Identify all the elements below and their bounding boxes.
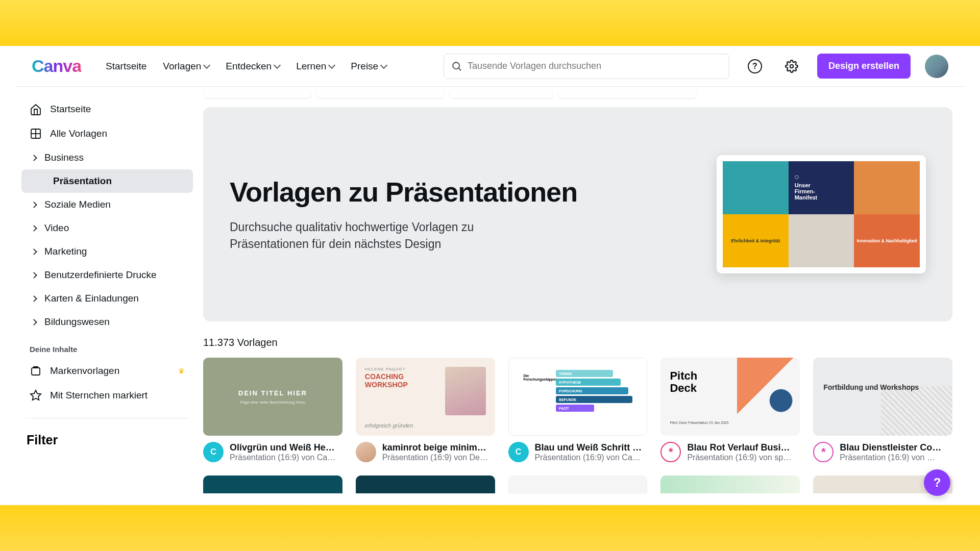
- template-thumbnail: Die Forschungsetappen THEMA HYPOTHESE FO…: [508, 358, 648, 436]
- template-title: Blau und Weiß Schritt …: [535, 442, 642, 453]
- sidebar-item-video[interactable]: Video: [21, 216, 193, 240]
- sidebar-label: Startseite: [50, 104, 91, 115]
- settings-button[interactable]: [780, 55, 803, 78]
- svg-point-0: [453, 62, 459, 69]
- thumb-title: Pitch Deck: [670, 370, 697, 394]
- template-card[interactable]: Fortbildung und Workshops * Blau Dienstl…: [813, 358, 952, 462]
- thumb-tag: HELENE PAQUET: [365, 367, 406, 371]
- hero-text: Vorlagen zu Präsentationen Durchsuche qu…: [230, 176, 696, 253]
- template-grid-row2: [203, 475, 952, 493]
- template-thumbnail: Pitch Deck Pitch Deck Präsentation 15 Ja…: [660, 358, 800, 436]
- app-window: Canva Startseite Vorlagen Entdecken Lern…: [15, 46, 965, 505]
- crown-icon: ♛: [178, 367, 185, 375]
- logo[interactable]: Canva: [32, 56, 81, 76]
- step-label: THEMA: [556, 370, 613, 377]
- sidebar-label: Business: [44, 152, 84, 163]
- template-card[interactable]: HELENE PAQUET COACHING WORKSHOP erfolgre…: [356, 358, 495, 462]
- search-input[interactable]: [468, 61, 722, 71]
- author-avatar: *: [813, 442, 834, 462]
- category-chip[interactable]: [558, 89, 696, 98]
- preview-cell: Ehrlichkeit & Integrität: [723, 214, 789, 267]
- sidebar-item-custom-prints[interactable]: Benutzerdefinierte Drucke: [21, 263, 193, 287]
- svg-rect-6: [32, 368, 40, 375]
- svg-marker-7: [31, 390, 41, 400]
- chevron-right-icon: [31, 155, 37, 161]
- nav-learn[interactable]: Lernen: [296, 61, 334, 72]
- sidebar-item-starred[interactable]: Mit Sternchen markiert: [21, 383, 193, 408]
- create-design-button[interactable]: Design erstellen: [817, 54, 911, 79]
- sidebar-item-cards[interactable]: Karten & Einladungen: [21, 287, 193, 310]
- step-label: BEFUNDE: [556, 396, 632, 403]
- nav-label: Lernen: [296, 61, 326, 72]
- hero-title: Vorlagen zu Präsentationen: [230, 176, 696, 208]
- hero-description: Durchsuche qualitativ hochwertige Vorlag…: [230, 219, 475, 253]
- nav-pricing[interactable]: Preise: [351, 61, 386, 72]
- template-thumbnail[interactable]: [660, 475, 800, 493]
- card-meta: C Blau und Weiß Schritt … Präsentation (…: [508, 442, 648, 462]
- letterbox-bottom: [0, 505, 980, 551]
- chevron-down-icon: [274, 61, 281, 68]
- help-button[interactable]: ?: [744, 55, 766, 78]
- grid-icon: [30, 128, 42, 140]
- template-subtitle: Präsentation (16:9) von Ca…: [535, 453, 642, 462]
- sidebar-item-brand-templates[interactable]: Markenvorlagen ♛: [21, 359, 193, 383]
- body: Startseite Alle Vorlagen Business Präsen…: [15, 87, 965, 505]
- template-subtitle: Präsentation (16:9) von …: [840, 453, 941, 462]
- template-title: Olivgrün und Weiß He…: [230, 442, 335, 453]
- thumb-subtitle: Füge eine nette Beschreibung hinzu: [240, 400, 305, 405]
- sidebar-item-education[interactable]: Bildungswesen: [21, 310, 193, 334]
- step-label: FAZIT: [556, 405, 594, 412]
- category-chip[interactable]: [316, 89, 444, 98]
- template-subtitle: Präsentation (16:9) von De…: [382, 453, 488, 462]
- sidebar-item-social[interactable]: Soziale Medien: [21, 193, 193, 216]
- template-title: Blau Rot Verlauf Busi…: [687, 442, 791, 453]
- step-label: FORSCHUNG: [556, 387, 628, 394]
- search-icon: [451, 61, 462, 72]
- thumb-date: Pitch Deck Präsentation 15 Jan 2025: [670, 421, 728, 424]
- nav-discover[interactable]: Entdecken: [226, 61, 280, 72]
- card-meta: C Olivgrün und Weiß He… Präsentation (16…: [203, 442, 342, 462]
- category-chip[interactable]: [203, 89, 310, 98]
- template-card[interactable]: Die Forschungsetappen THEMA HYPOTHESE FO…: [508, 358, 648, 462]
- star-icon: [30, 389, 42, 402]
- sidebar-label: Marketing: [44, 246, 87, 257]
- gear-icon: [785, 60, 798, 73]
- template-thumbnail[interactable]: [356, 475, 495, 493]
- author-avatar: C: [203, 442, 224, 462]
- sidebar-item-marketing[interactable]: Marketing: [21, 240, 193, 263]
- template-thumbnail[interactable]: [508, 475, 648, 493]
- sidebar-item-presentation[interactable]: Präsentation: [21, 169, 193, 193]
- help-fab[interactable]: ?: [924, 469, 950, 496]
- header: Canva Startseite Vorlagen Entdecken Lern…: [15, 46, 965, 87]
- template-card[interactable]: Pitch Deck Pitch Deck Präsentation 15 Ja…: [660, 358, 800, 462]
- user-avatar[interactable]: [925, 55, 948, 78]
- nav-label: Startseite: [106, 61, 146, 72]
- results-count: 11.373 Vorlagen: [203, 337, 952, 348]
- main-content: Vorlagen zu Präsentationen Durchsuche qu…: [199, 87, 965, 505]
- category-chip[interactable]: [450, 89, 552, 98]
- search-bar[interactable]: [444, 54, 729, 79]
- nav-templates[interactable]: Vorlagen: [163, 61, 209, 72]
- nav-home[interactable]: Startseite: [106, 61, 146, 72]
- preview-cell: Innovation & Nachhaltigkeit: [854, 214, 920, 267]
- template-subtitle: Präsentation (16:9) von sp…: [687, 453, 791, 462]
- letterbox-top: [0, 0, 980, 46]
- filter-heading: Filter: [21, 429, 193, 452]
- chevron-down-icon: [203, 61, 210, 68]
- sidebar-item-home[interactable]: Startseite: [21, 97, 193, 121]
- nav-label: Vorlagen: [163, 61, 201, 72]
- template-card[interactable]: DEIN TITEL HIER Füge eine nette Beschrei…: [203, 358, 342, 462]
- template-thumbnail: HELENE PAQUET COACHING WORKSHOP erfolgre…: [356, 358, 495, 436]
- sidebar-item-business[interactable]: Business: [21, 146, 193, 169]
- sidebar-label: Video: [44, 222, 69, 234]
- template-title: Blau Dienstleister Co…: [840, 442, 941, 453]
- nav-label: Entdecken: [226, 61, 272, 72]
- chevron-down-icon: [328, 61, 335, 68]
- nav-label: Preise: [351, 61, 378, 72]
- author-avatar: *: [660, 442, 681, 462]
- sidebar-item-all-templates[interactable]: Alle Vorlagen: [21, 121, 193, 146]
- thumb-chart-title: Die Forschungsetappen: [523, 370, 556, 423]
- template-thumbnail[interactable]: [203, 475, 342, 493]
- home-icon: [30, 103, 42, 115]
- author-avatar: [356, 442, 376, 462]
